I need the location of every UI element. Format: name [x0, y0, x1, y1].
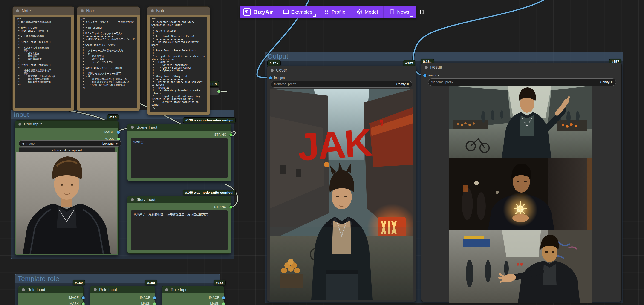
story-input-title: Story Input: [136, 197, 155, 202]
note-node-2[interactable]: Note /** * キャラクター作成とストーリー生成の入力説明 * -----…: [77, 6, 140, 111]
filename-prefix-value: ComfyUI: [600, 80, 613, 84]
note-title: Note: [86, 8, 95, 13]
role-output-image: IMAGE: [104, 130, 114, 134]
mask-output-dot[interactable]: [82, 302, 85, 305]
template-role-title: Role Input: [99, 288, 117, 292]
filename-prefix-value: ComfyUI: [396, 82, 409, 86]
mask-output-dot[interactable]: [222, 302, 226, 305]
node-cover[interactable]: Cover images filename_prefix ComfyUI: [267, 66, 416, 302]
node-scene-input[interactable]: Scene Input STRING 混乱街头: [127, 124, 231, 182]
template-role-title: Role Input: [28, 288, 45, 292]
mask-output-dot[interactable]: [153, 302, 156, 305]
combo-next-icon[interactable]: ▶: [116, 142, 118, 145]
role-input-title: Role Input: [24, 122, 42, 126]
node-collapse-dot[interactable]: [270, 69, 274, 72]
story-text-input[interactable]: 我来到了一片新的街区，我要接管这里，用我自己的方式: [131, 210, 228, 250]
cube-icon: [357, 9, 362, 15]
image-port-label: IMAGE: [104, 130, 114, 134]
result-2-illustration: [449, 158, 592, 230]
node-collapse-dot[interactable]: [80, 10, 84, 12]
node-role-input[interactable]: Role Input IMAGE MASK ◀ image boy.png ▶ …: [15, 120, 119, 255]
result-image-3: [449, 230, 592, 303]
image-output-dot[interactable]: [153, 296, 156, 300]
result-title: Result: [430, 65, 442, 70]
group-output-titlebar[interactable]: [265, 52, 623, 61]
images-input-dot[interactable]: [423, 74, 426, 77]
story-input-badge: #166 was-node-suite-comfyui: [183, 190, 236, 195]
cover-filename-widget[interactable]: filename_prefix ComfyUI: [271, 81, 412, 88]
node-result[interactable]: Result images filename_prefix ComfyUI: [421, 62, 622, 302]
note-node-3[interactable]: Note /** * Character Creation and Story …: [147, 6, 210, 115]
node-collapse-dot[interactable]: [165, 288, 168, 291]
result-filename-widget[interactable]: filename_prefix ComfyUI: [428, 78, 616, 86]
image-output-dot[interactable]: [222, 296, 226, 300]
cover-header[interactable]: Cover: [267, 66, 416, 74]
note-text-2[interactable]: /** * キャラクター作成とストーリー生成の入力説明 * ----------…: [80, 17, 137, 108]
string-output-dot[interactable]: [229, 206, 232, 209]
note-header[interactable]: Note: [77, 7, 140, 15]
node-collapse-dot[interactable]: [94, 288, 97, 291]
note-text-3[interactable]: /** * Character Creation and Story Gener…: [150, 17, 207, 112]
node-collapse-dot[interactable]: [131, 198, 134, 201]
mask-port-label: MASK: [141, 302, 150, 305]
combo-prev-icon[interactable]: ◀: [22, 142, 24, 145]
node-template-role-1[interactable]: Role Input IMAGE MASK: [18, 286, 84, 305]
images-input-dot[interactable]: [269, 76, 272, 80]
string-port-label: STRING: [214, 205, 226, 208]
cover-time-badge: 0.13s: [267, 60, 281, 66]
template-role-badge-2: #190: [145, 280, 157, 286]
images-input-label: images: [274, 76, 284, 80]
node-template-role-3[interactable]: Role Input IMAGE MASK: [162, 286, 224, 305]
role-input-header[interactable]: Role Input: [15, 120, 118, 128]
bizyair-toolbar: BizyAir Examples Profile Model News: [240, 6, 416, 18]
image-output-dot[interactable]: [82, 296, 85, 300]
note-node-1[interactable]: Note /** * 角色创建与故事生成输入说明 * -------------…: [12, 6, 74, 111]
book-icon: [283, 9, 289, 15]
node-editor-canvas[interactable]: Input Template role Output: [0, 0, 644, 305]
svg-text:JAK: JAK: [296, 120, 373, 169]
role-image-preview: [16, 152, 117, 254]
story-input-header[interactable]: Story Input: [128, 196, 231, 203]
nav-collapse-button[interactable]: [415, 6, 428, 18]
nav-item-examples[interactable]: Examples: [277, 6, 318, 18]
image-port-label: IMAGE: [140, 296, 150, 300]
scene-text-input[interactable]: 混乱街头: [131, 138, 228, 178]
scene-input-header[interactable]: Scene Input: [128, 124, 231, 131]
string-port-label: STRING: [214, 133, 226, 136]
note-text-1[interactable]: /** * 角色创建与故事生成输入说明 * ------------------…: [16, 17, 71, 108]
note-title: Note: [22, 8, 31, 13]
note-header[interactable]: Note: [147, 7, 210, 15]
group-input-title: Input: [14, 111, 29, 118]
note-title: Note: [156, 8, 166, 13]
nav-label: News: [397, 9, 409, 15]
corner-mark-icon: [313, 14, 316, 16]
result-header[interactable]: Result: [421, 63, 622, 72]
result-image-2: [449, 158, 592, 230]
note-header[interactable]: Note: [13, 7, 74, 15]
image-port-label: IMAGE: [68, 296, 79, 300]
nav-item-profile[interactable]: Profile: [318, 6, 351, 18]
nav-item-model[interactable]: Model: [351, 6, 383, 18]
upload-file-button[interactable]: choose file to upload: [19, 148, 115, 153]
bizyair-logo-icon: [243, 8, 251, 16]
cover-title: Cover: [276, 68, 287, 73]
news-icon: [389, 9, 395, 15]
result-1-illustration: [449, 86, 592, 158]
bizyair-brand[interactable]: BizyAir: [240, 8, 277, 16]
node-template-role-2[interactable]: Role Input IMAGE MASK: [90, 286, 155, 305]
node-collapse-dot[interactable]: [131, 126, 134, 129]
nav-item-news[interactable]: News: [383, 6, 415, 18]
image-combo-widget[interactable]: ◀ image boy.png ▶: [19, 140, 121, 146]
node-collapse-dot[interactable]: [16, 10, 19, 12]
node-collapse-dot[interactable]: [425, 66, 428, 69]
string-output-dot[interactable]: [229, 133, 232, 137]
image-output-dot[interactable]: [117, 131, 120, 134]
node-collapse-dot[interactable]: [151, 10, 154, 12]
partial-node-output-dot[interactable]: [217, 90, 221, 93]
person-icon: [324, 9, 330, 15]
node-story-input[interactable]: Story Input STRING 我来到了一片新的街区，我要接管这里，用我自…: [127, 196, 231, 254]
node-collapse-dot[interactable]: [18, 122, 22, 126]
filename-prefix-label: filename_prefix: [274, 82, 296, 86]
node-collapse-dot[interactable]: [22, 288, 25, 291]
nav-label: Examples: [291, 9, 312, 15]
